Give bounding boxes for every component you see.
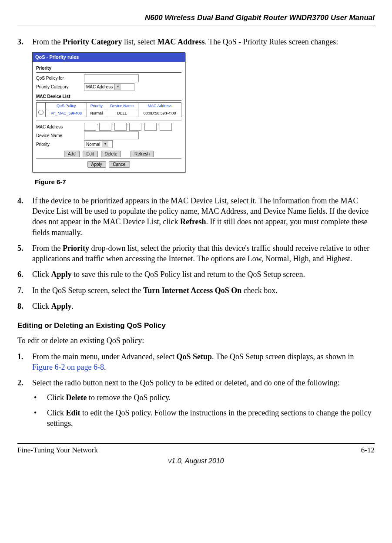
bullet-body: Click Delete to remove the QoS policy. — [47, 392, 171, 403]
text: list, select — [122, 37, 157, 46]
divider — [36, 72, 181, 73]
step-8: 8. Click Apply. — [17, 301, 375, 311]
step-number: 6. — [17, 269, 32, 280]
chevron-down-icon — [114, 84, 121, 90]
device-name-input[interactable] — [84, 132, 139, 139]
bullet-icon: • — [32, 408, 47, 429]
mac-octet-input[interactable] — [99, 123, 111, 131]
label-priority: Priority — [36, 142, 84, 148]
step-body: From the Priority Category list, select … — [32, 37, 375, 47]
step-3: 3. From the Priority Category list, sele… — [17, 37, 375, 47]
qos-policy-for-input[interactable] — [84, 74, 139, 82]
divider — [36, 100, 181, 101]
bullet-body: Click Edit to edit the QoS policy. Follo… — [47, 408, 375, 429]
bold-text: Delete — [66, 393, 87, 402]
cancel-button[interactable]: Cancel — [109, 161, 130, 168]
cell-priority: Normal — [87, 109, 106, 117]
step-number: 8. — [17, 301, 32, 311]
text: check box. — [241, 286, 277, 295]
qos-priority-rules-screenshot: QoS - Priority rules Priority QoS Policy… — [32, 52, 185, 172]
label-priority-category: Priority Category — [36, 84, 84, 90]
colon: : — [97, 123, 98, 131]
row-radio-cell[interactable] — [37, 109, 46, 117]
text: . — [72, 302, 74, 310]
text: Click — [47, 393, 66, 402]
page-footer: Fine-Tuning Your Network 6-12 v1.0, Augu… — [17, 443, 375, 466]
bold-text: Apply — [51, 302, 72, 310]
bold-text: QoS Setup — [176, 352, 212, 361]
step-number: 3. — [17, 37, 32, 47]
cross-ref-link[interactable]: Figure 6-2 on page 6-8 — [32, 363, 104, 371]
chevron-down-icon — [102, 141, 108, 147]
radio-icon — [38, 110, 44, 115]
table-row: Pri_MAC_59F408 Normal DELL 00:0D:56:59:F… — [37, 109, 181, 117]
step-number: 7. — [17, 285, 32, 296]
step-body: Click Apply. — [32, 301, 375, 311]
bold-text: MAC Address — [157, 37, 204, 46]
th-qos-policy: QoS Policy — [46, 103, 87, 109]
footer-page-number: 6-12 — [361, 445, 375, 455]
edit-button[interactable]: Edit — [83, 151, 98, 157]
colon: : — [112, 123, 114, 131]
button-row-1: Add Edit Delete Refresh — [36, 151, 181, 157]
step-number: 2. — [17, 378, 32, 433]
delete-button[interactable]: Delete — [101, 151, 121, 157]
refresh-button[interactable]: Refresh — [131, 151, 154, 157]
mac-octet-input[interactable] — [84, 123, 96, 131]
text: to save this rule to the QoS Policy list… — [72, 270, 305, 279]
th-device-name: Device Name — [106, 103, 138, 109]
bullet-item: • Click Delete to remove the QoS policy. — [32, 392, 375, 403]
colon: : — [127, 123, 129, 131]
cell-mac: 00:0D:56:59:F4:08 — [138, 109, 181, 117]
bold-text: Priority — [63, 244, 89, 253]
text: to edit the QoS policy. Follow the instr… — [47, 408, 372, 428]
subheading-edit-delete: Editing or Deleting an Existing QoS Poli… — [17, 321, 375, 331]
bold-text: Turn Internet Access QoS On — [143, 286, 241, 295]
text: From the — [32, 244, 63, 253]
section-mac-device-list: MAC Device List — [36, 94, 181, 100]
step-number: 5. — [17, 243, 32, 264]
text: . The QoS - Priority Rules screen change… — [205, 37, 338, 46]
window-titlebar: QoS - Priority rules — [33, 53, 185, 62]
edit-step-1: 1. From the main menu, under Advanced, s… — [17, 351, 375, 373]
button-row-2: Apply Cancel — [36, 161, 181, 168]
step-5: 5. From the Priority drop-down list, sel… — [17, 243, 375, 264]
mac-octet-input[interactable] — [160, 123, 172, 131]
apply-button[interactable]: Apply — [87, 161, 106, 168]
mac-device-table: QoS Policy Priority Device Name MAC Addr… — [36, 102, 181, 117]
steps-list: 3. From the Priority Category list, sele… — [17, 37, 375, 47]
text: to remove the QoS policy. — [87, 393, 171, 402]
bullet-list: • Click Delete to remove the QoS policy.… — [32, 392, 375, 428]
figure-caption: Figure 6-7 — [35, 178, 375, 186]
bold-text: Edit — [66, 408, 80, 417]
cell-policy: Pri_MAC_59F408 — [46, 109, 87, 117]
step-7: 7. In the QoS Setup screen, select the T… — [17, 285, 375, 296]
edit-steps-list: 1. From the main menu, under Advanced, s… — [17, 351, 375, 433]
priority-select[interactable]: Normal — [84, 140, 113, 148]
mac-octet-input[interactable] — [114, 123, 127, 131]
figure-6-7: QoS - Priority rules Priority QoS Policy… — [32, 52, 375, 172]
step-body: From the main menu, under Advanced, sele… — [32, 351, 375, 373]
text: . — [104, 363, 106, 371]
mac-address-inputs: : : : : : — [84, 123, 172, 131]
select-value: Normal — [86, 142, 100, 148]
priority-category-select[interactable]: MAC Address — [84, 83, 134, 91]
text: From the — [32, 37, 63, 46]
edit-step-2: 2. Select the radio button next to the Q… — [17, 378, 375, 433]
text: Click — [32, 302, 51, 310]
th-priority: Priority — [87, 103, 106, 109]
bold-text: Priority Category — [63, 37, 122, 46]
page-header: N600 Wireless Dual Band Gigabit Router W… — [17, 13, 375, 26]
label-device-name: Device Name — [36, 133, 84, 139]
step-6: 6. Click Apply to save this rule to the … — [17, 269, 375, 280]
mac-octet-input[interactable] — [129, 123, 141, 131]
label-qos-policy-for: QoS Policy for — [36, 75, 84, 81]
colon: : — [157, 123, 159, 131]
intro-text: To edit or delete an existing QoS policy… — [17, 335, 375, 346]
th-select — [37, 103, 46, 109]
add-button[interactable]: Add — [64, 151, 80, 157]
step-body: If the device to be prioritized appears … — [32, 196, 375, 238]
mac-octet-input[interactable] — [144, 123, 157, 131]
select-value: MAC Address — [86, 84, 113, 90]
text: Click — [47, 408, 66, 417]
